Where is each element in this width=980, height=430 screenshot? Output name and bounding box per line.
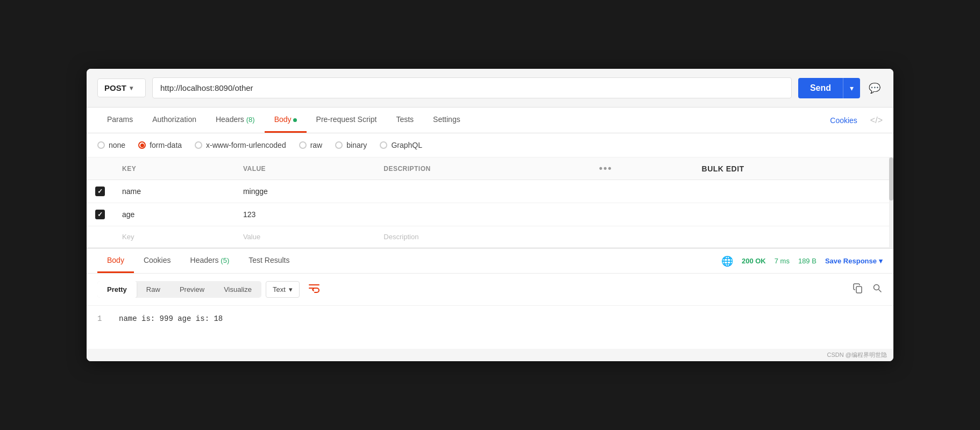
row1-actions bbox=[591, 180, 693, 203]
tab-settings[interactable]: Settings bbox=[423, 108, 470, 133]
svg-rect-0 bbox=[856, 286, 862, 293]
placeholder-key[interactable]: Key bbox=[113, 226, 235, 248]
response-tab-test-results[interactable]: Test Results bbox=[239, 249, 299, 273]
radio-dot-graphql bbox=[380, 141, 387, 149]
text-dropdown[interactable]: Text ▾ bbox=[266, 281, 300, 298]
radio-raw[interactable]: raw bbox=[299, 141, 323, 149]
placeholder-value[interactable]: Value bbox=[235, 226, 375, 248]
col-key: KEY bbox=[113, 157, 235, 180]
body-type-row: none form-data x-www-form-urlencoded raw… bbox=[87, 133, 893, 157]
save-response-chevron: ▾ bbox=[879, 257, 883, 265]
headers-badge: (8) bbox=[246, 116, 255, 124]
row2-checkbox-cell[interactable] bbox=[87, 203, 113, 226]
method-chevron: ▾ bbox=[130, 84, 133, 92]
tab-tests[interactable]: Tests bbox=[386, 108, 423, 133]
send-button[interactable]: Send bbox=[798, 78, 843, 98]
three-dots-icon[interactable]: ••• bbox=[599, 163, 613, 174]
comment-icon[interactable]: 💬 bbox=[867, 80, 883, 96]
row2-checkbox[interactable] bbox=[95, 210, 105, 219]
placeholder-checkbox-cell bbox=[87, 226, 113, 248]
radio-urlencoded[interactable]: x-www-form-urlencoded bbox=[195, 141, 286, 149]
radio-form-data[interactable]: form-data bbox=[138, 141, 182, 149]
body-dot bbox=[293, 118, 297, 122]
response-meta: 🌐 200 OK 7 ms 189 B Save Response ▾ bbox=[721, 255, 883, 267]
response-time: 7 ms bbox=[775, 257, 790, 265]
text-dropdown-chevron: ▾ bbox=[289, 285, 293, 293]
table-row: age 123 bbox=[87, 203, 893, 226]
copy-icon[interactable] bbox=[853, 283, 863, 296]
radio-binary[interactable]: binary bbox=[335, 141, 367, 149]
row1-description[interactable] bbox=[375, 180, 590, 203]
tab-params[interactable]: Params bbox=[97, 108, 143, 133]
tab-headers[interactable]: Headers (8) bbox=[206, 108, 265, 133]
send-button-group[interactable]: Send ▾ bbox=[798, 78, 860, 98]
method-label: POST bbox=[104, 83, 126, 92]
code-line-1: 1 name is: 999 age is: 18 bbox=[97, 314, 883, 323]
radio-graphql[interactable]: GraphQL bbox=[380, 141, 422, 149]
response-tab-body[interactable]: Body bbox=[97, 249, 134, 273]
status-badge: 200 OK bbox=[742, 257, 766, 265]
radio-dot-none bbox=[97, 141, 105, 149]
code-area: 1 name is: 999 age is: 18 bbox=[87, 306, 893, 349]
form-table-wrapper: KEY VALUE DESCRIPTION ••• Bulk Edit bbox=[87, 157, 893, 248]
row2-description[interactable] bbox=[375, 203, 590, 226]
response-size: 189 B bbox=[798, 257, 816, 265]
save-response-button[interactable]: Save Response ▾ bbox=[825, 257, 883, 265]
response-toolbar: Pretty Raw Preview Visualize Text ▾ bbox=[87, 274, 893, 306]
response-headers-badge: (5) bbox=[221, 256, 229, 264]
radio-dot-form-data bbox=[138, 141, 146, 149]
response-tab-cookies[interactable]: Cookies bbox=[134, 249, 181, 273]
radio-none[interactable]: none bbox=[97, 141, 125, 149]
response-tab-headers[interactable]: Headers (5) bbox=[181, 249, 239, 273]
format-tabs: Pretty Raw Preview Visualize bbox=[97, 281, 261, 298]
row2-extra bbox=[693, 203, 893, 226]
tab-pre-request[interactable]: Pre-request Script bbox=[307, 108, 387, 133]
scrollbar-track bbox=[889, 157, 893, 248]
request-tabs-row: Params Authorization Headers (8) Body Pr… bbox=[87, 108, 893, 133]
radio-dot-raw bbox=[299, 141, 307, 149]
col-bulk-edit[interactable]: Bulk Edit bbox=[693, 157, 893, 180]
col-actions: ••• bbox=[591, 157, 693, 180]
cookies-link[interactable]: Cookies bbox=[830, 116, 857, 125]
app-window: POST ▾ Send ▾ 💬 Params Authorization Hea… bbox=[87, 69, 893, 361]
row2-value[interactable]: 123 bbox=[235, 203, 375, 226]
url-bar: POST ▾ Send ▾ 💬 bbox=[87, 69, 893, 108]
search-icon[interactable] bbox=[872, 283, 883, 296]
wrap-icon[interactable] bbox=[304, 280, 324, 299]
placeholder-row: Key Value Description bbox=[87, 226, 893, 248]
placeholder-actions bbox=[591, 226, 693, 248]
scrollbar-thumb[interactable] bbox=[889, 157, 893, 200]
table-header-row: KEY VALUE DESCRIPTION ••• Bulk Edit bbox=[87, 157, 893, 180]
method-select[interactable]: POST ▾ bbox=[97, 78, 146, 97]
table-row: name mingge bbox=[87, 180, 893, 203]
bulk-edit-button[interactable]: Bulk Edit bbox=[702, 164, 744, 173]
response-section: Body Cookies Headers (5) Test Results 🌐 … bbox=[87, 248, 893, 349]
row1-checkbox[interactable] bbox=[95, 187, 105, 196]
row1-extra bbox=[693, 180, 893, 203]
line-content-1: name is: 999 age is: 18 bbox=[119, 314, 223, 323]
tab-body[interactable]: Body bbox=[265, 108, 307, 133]
form-table: KEY VALUE DESCRIPTION ••• Bulk Edit bbox=[87, 157, 893, 248]
format-tab-pretty[interactable]: Pretty bbox=[97, 281, 137, 298]
row1-checkbox-cell[interactable] bbox=[87, 180, 113, 203]
format-tab-preview[interactable]: Preview bbox=[170, 281, 214, 298]
radio-dot-urlencoded bbox=[195, 141, 202, 149]
tab-authorization[interactable]: Authorization bbox=[143, 108, 206, 133]
globe-icon: 🌐 bbox=[721, 255, 733, 267]
placeholder-description[interactable]: Description bbox=[375, 226, 590, 248]
format-tab-visualize[interactable]: Visualize bbox=[214, 281, 261, 298]
col-value: VALUE bbox=[235, 157, 375, 180]
format-tab-raw[interactable]: Raw bbox=[137, 281, 170, 298]
row1-key[interactable]: name bbox=[113, 180, 235, 203]
response-tabs-left: Body Cookies Headers (5) Test Results bbox=[97, 249, 299, 273]
code-icon[interactable]: </> bbox=[870, 116, 883, 125]
col-description: DESCRIPTION bbox=[375, 157, 590, 180]
placeholder-extra bbox=[693, 226, 893, 248]
row1-value[interactable]: mingge bbox=[235, 180, 375, 203]
row2-actions bbox=[591, 203, 693, 226]
url-input[interactable] bbox=[152, 77, 792, 98]
watermark: CSDN @编程界明世隐 bbox=[87, 349, 893, 361]
radio-dot-binary bbox=[335, 141, 343, 149]
send-dropdown-button[interactable]: ▾ bbox=[843, 78, 860, 98]
row2-key[interactable]: age bbox=[113, 203, 235, 226]
